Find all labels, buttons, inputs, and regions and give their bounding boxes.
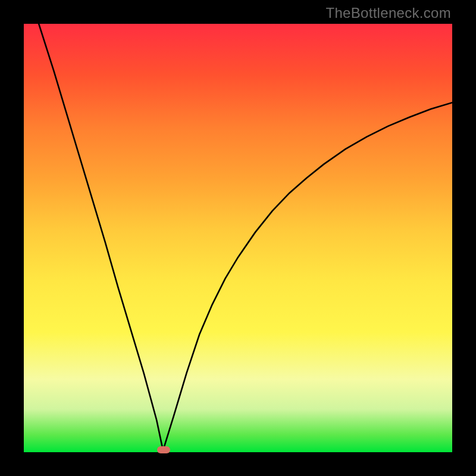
chart-frame: TheBottleneck.com <box>0 0 476 476</box>
watermark-text: TheBottleneck.com <box>325 5 451 21</box>
gradient-plot-area <box>24 24 452 452</box>
vertex-marker <box>157 446 170 453</box>
